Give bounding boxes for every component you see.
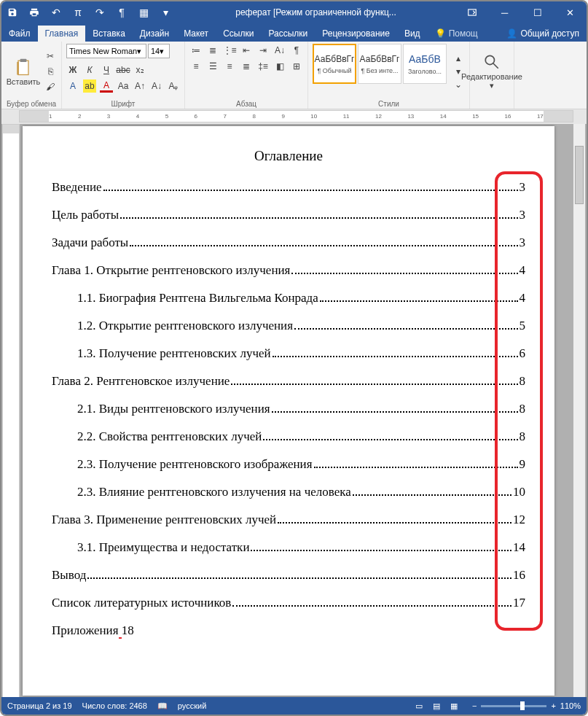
toc-text: 2.2. Свойства рентгеновских лучей bbox=[77, 429, 262, 444]
toc-leader bbox=[278, 522, 511, 524]
tab-mailings[interactable]: Рассылки bbox=[261, 26, 315, 42]
proofing-icon[interactable]: 📖 bbox=[157, 701, 168, 711]
style-heading1[interactable]: АаБбВЗаголово... bbox=[403, 44, 447, 84]
decrease-indent-button[interactable]: ⇤ bbox=[240, 44, 253, 57]
bullets-button[interactable]: ≔ bbox=[189, 44, 203, 57]
tab-view[interactable]: Вид bbox=[397, 26, 428, 42]
toc-leader bbox=[87, 577, 511, 579]
text-effects-button[interactable]: A bbox=[66, 79, 79, 93]
tell-me[interactable]: 💡 Помощ bbox=[428, 26, 485, 42]
tab-design[interactable]: Дизайн bbox=[133, 26, 176, 42]
numbering-button[interactable]: ≣ bbox=[206, 44, 219, 57]
toc-leader bbox=[314, 467, 518, 468]
pi-icon[interactable]: π bbox=[67, 1, 89, 23]
tab-layout[interactable]: Макет bbox=[176, 26, 216, 42]
vertical-scrollbar[interactable] bbox=[573, 124, 585, 698]
save-icon[interactable] bbox=[1, 1, 23, 23]
group-styles-label: Стили bbox=[313, 98, 465, 108]
copy-icon[interactable]: ⎘ bbox=[44, 65, 57, 78]
table-icon[interactable]: ▦ bbox=[133, 1, 154, 23]
change-case-button[interactable]: Aa bbox=[117, 79, 130, 93]
undo-icon[interactable]: ↶ bbox=[45, 1, 67, 23]
tab-file[interactable]: Файл bbox=[1, 26, 38, 42]
pilcrow-icon[interactable]: ¶ bbox=[111, 1, 133, 23]
align-right-button[interactable]: ≡ bbox=[223, 60, 236, 73]
show-marks-button[interactable]: ¶ bbox=[290, 44, 303, 57]
toc-text: 2.3. Получение рентгеновского изображени… bbox=[77, 457, 313, 472]
svg-rect-3 bbox=[17, 62, 19, 75]
format-painter-icon[interactable]: 🖌 bbox=[44, 80, 57, 93]
styles-up-icon[interactable]: ▴ bbox=[452, 52, 465, 65]
status-page[interactable]: Страница 2 из 19 bbox=[7, 701, 72, 710]
minimize-button[interactable]: ─ bbox=[488, 1, 521, 23]
align-left-button[interactable]: ≡ bbox=[189, 60, 203, 73]
toc-last-line: Приложения 18 bbox=[52, 623, 525, 638]
grow-font-button[interactable]: A↑ bbox=[133, 79, 146, 93]
zoom-out-button[interactable]: − bbox=[472, 701, 477, 710]
status-words[interactable]: Число слов: 2468 bbox=[82, 701, 147, 710]
font-color-button[interactable]: A bbox=[100, 79, 113, 93]
ribbon-options-icon[interactable] bbox=[455, 1, 488, 23]
document-page[interactable]: Оглавление Введение 3Цель работы 3Задачи… bbox=[23, 126, 554, 696]
annotation-rectangle bbox=[495, 171, 543, 631]
web-layout-icon[interactable]: ▦ bbox=[446, 699, 462, 712]
group-styles: АаБбВвГг¶ Обычный АаБбВвГг¶ Без инте... … bbox=[308, 42, 470, 109]
cut-icon[interactable]: ✂ bbox=[44, 50, 57, 63]
zoom-slider[interactable] bbox=[481, 705, 546, 707]
sort-button[interactable]: A↓ bbox=[273, 44, 286, 57]
font-name-combo[interactable]: Times New Roman ▾ bbox=[66, 44, 146, 58]
justify-button[interactable]: ≣ bbox=[240, 60, 253, 73]
read-mode-icon[interactable]: ▭ bbox=[411, 699, 427, 712]
print-layout-icon[interactable]: ▤ bbox=[428, 699, 444, 712]
underline-button[interactable]: Ч bbox=[100, 63, 113, 77]
status-lang[interactable]: русский bbox=[178, 701, 206, 710]
italic-button[interactable]: К bbox=[83, 63, 96, 77]
strikethrough-button[interactable]: abc bbox=[117, 63, 130, 77]
multilevel-button[interactable]: ⋮≡ bbox=[223, 44, 236, 57]
clear-format-button[interactable]: Aᵩ bbox=[167, 79, 180, 93]
shrink-font-button[interactable]: A↓ bbox=[150, 79, 163, 93]
maximize-button[interactable]: ☐ bbox=[521, 1, 554, 23]
highlight-button[interactable]: ab bbox=[83, 79, 96, 93]
tab-home[interactable]: Главная bbox=[38, 26, 86, 42]
toc-line: Цель работы 3 bbox=[52, 208, 525, 222]
zoom-value[interactable]: 110% bbox=[560, 701, 581, 710]
redo-icon[interactable]: ↷ bbox=[89, 1, 111, 23]
svg-rect-1 bbox=[18, 61, 28, 74]
align-center-button[interactable]: ☰ bbox=[206, 60, 219, 73]
print-icon[interactable] bbox=[23, 1, 45, 23]
toc-leader bbox=[103, 190, 518, 191]
group-editing: Редактирование▾ bbox=[470, 42, 514, 109]
tab-references[interactable]: Ссылки bbox=[216, 26, 261, 42]
shading-button[interactable]: ◧ bbox=[273, 60, 286, 73]
borders-button[interactable]: ⊞ bbox=[290, 60, 303, 73]
line-spacing-button[interactable]: ‡≡ bbox=[256, 60, 270, 73]
font-size-combo[interactable]: 14 ▾ bbox=[148, 44, 170, 58]
style-nospacing[interactable]: АаБбВвГг¶ Без инте... bbox=[358, 44, 401, 84]
tab-insert[interactable]: Вставка bbox=[85, 26, 133, 42]
vertical-ruler[interactable] bbox=[2, 124, 20, 698]
increase-indent-button[interactable]: ⇥ bbox=[256, 44, 270, 57]
tab-review[interactable]: Рецензирование bbox=[315, 26, 397, 42]
ribbon: Вставить ✂ ⎘ 🖌 Буфер обмена Times New Ro… bbox=[1, 42, 587, 109]
toc-leader bbox=[120, 217, 517, 219]
toc-line: 2.2. Свойства рентгеновских лучей 8 bbox=[52, 429, 525, 444]
editing-button[interactable]: Редактирование▾ bbox=[474, 44, 509, 98]
horizontal-ruler[interactable]: 1234567891011121314151617 bbox=[19, 110, 573, 122]
zoom-in-button[interactable]: + bbox=[551, 701, 555, 710]
paste-button[interactable]: Вставить bbox=[6, 44, 41, 98]
subscript-button[interactable]: x₂ bbox=[133, 63, 146, 77]
bold-button[interactable]: Ж bbox=[66, 63, 79, 77]
page-viewport: Оглавление Введение 3Цель работы 3Задачи… bbox=[20, 124, 587, 698]
qat-more-icon[interactable]: ▾ bbox=[154, 1, 176, 23]
toc-text: Глава 2. Рентгеновское излучение bbox=[52, 374, 230, 389]
toc-text: 3.1. Преимущества и недостатки bbox=[77, 540, 249, 555]
zoom-slider-thumb[interactable] bbox=[520, 701, 525, 710]
toc-line: Задачи работы 3 bbox=[52, 236, 525, 250]
toc-text: 1.1. Биография Рентгена Вильгельма Конра… bbox=[77, 291, 318, 306]
style-normal[interactable]: АаБбВвГг¶ Обычный bbox=[313, 44, 356, 84]
scrollbar-thumb[interactable] bbox=[575, 146, 584, 204]
toc-line: 2.1. Виды рентгеновского излучения 8 bbox=[52, 402, 525, 416]
close-button[interactable]: ✕ bbox=[554, 1, 587, 23]
share-button[interactable]: 👤Общий доступ bbox=[499, 26, 587, 42]
